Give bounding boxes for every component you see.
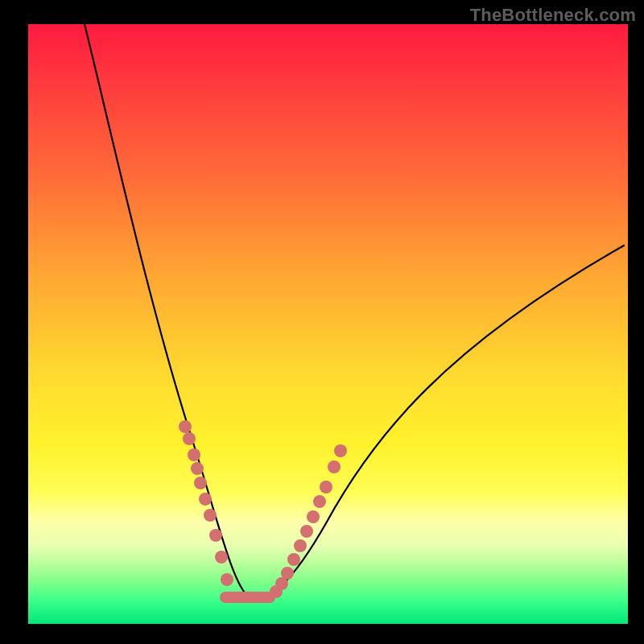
data-dot: [215, 551, 228, 564]
watermark-label: TheBottleneck.com: [470, 5, 636, 26]
data-dot: [194, 477, 207, 489]
data-dot: [300, 525, 313, 538]
data-dot: [320, 481, 332, 493]
plot-area: [28, 24, 628, 624]
chart-frame: TheBottleneck.com: [0, 0, 644, 644]
data-dot: [183, 432, 196, 445]
data-dot: [307, 510, 320, 523]
chart-svg: [28, 24, 628, 624]
data-dot: [209, 529, 222, 542]
data-dot: [188, 448, 200, 461]
data-dot: [328, 460, 341, 473]
data-dot: [281, 567, 294, 580]
data-dot: [334, 444, 347, 457]
data-dot: [191, 462, 204, 475]
data-dots-right: [270, 444, 347, 598]
data-dot: [204, 509, 217, 522]
data-dot: [294, 539, 307, 552]
data-dot: [313, 495, 326, 508]
data-dots-left: [179, 420, 233, 586]
data-dot: [221, 573, 233, 586]
data-dot: [179, 420, 192, 433]
bottleneck-curve: [85, 24, 624, 598]
data-dot: [199, 493, 212, 506]
data-dot: [287, 553, 300, 566]
